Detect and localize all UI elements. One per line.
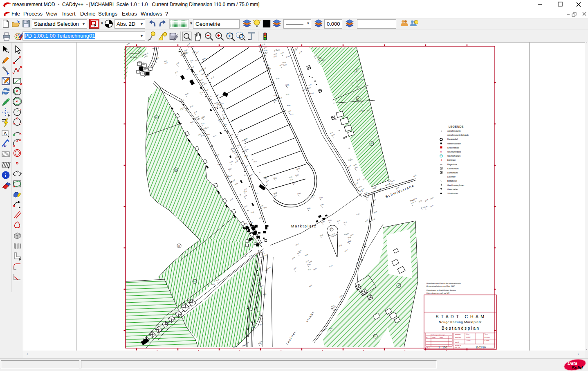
svg-text:29.10: 29.10	[244, 195, 247, 198]
svg-text:Solid: Solid	[572, 365, 583, 370]
svg-text:69.64: 69.64	[287, 110, 291, 113]
svg-text:71.77: 71.77	[164, 62, 168, 65]
svg-text:44.91: 44.91	[413, 174, 417, 178]
svg-text:A.Fischer: A.Fischer	[485, 337, 490, 338]
svg-text:32.47: 32.47	[430, 205, 434, 208]
svg-text:L u c k n e r -: L u c k n e r -	[285, 329, 297, 345]
svg-text:69.85: 69.85	[260, 251, 264, 254]
svg-text:75.62: 75.62	[242, 150, 245, 153]
svg-text:44.80: 44.80	[320, 203, 324, 206]
svg-text:86.80: 86.80	[185, 92, 189, 96]
svg-text:45.76: 45.76	[343, 221, 347, 224]
svg-text:66.62: 66.62	[231, 120, 234, 123]
svg-text:99.81: 99.81	[354, 166, 358, 169]
svg-text:25.15: 25.15	[357, 178, 360, 181]
svg-text:90.66: 90.66	[348, 236, 351, 239]
svg-text:75.90: 75.90	[244, 138, 248, 140]
svg-text:87.36: 87.36	[276, 77, 279, 80]
svg-text:Wasserschieber: Wasserschieber	[447, 143, 461, 145]
svg-text:Kanaldeckel: Kanaldeckel	[447, 138, 458, 140]
svg-text:Schaltkasten: Schaltkasten	[447, 193, 458, 195]
svg-text:B e s t a n d s p l a n: B e s t a n d s p l a n	[442, 326, 479, 331]
svg-text:36.18: 36.18	[201, 134, 204, 137]
svg-text:1 : 100: 1 : 100	[438, 346, 447, 349]
svg-text:77.74: 77.74	[290, 113, 294, 116]
svg-text:12: 12	[357, 98, 359, 100]
svg-text:29.66: 29.66	[216, 154, 220, 156]
svg-text:Unterflurhydrant: Unterflurhydrant	[447, 151, 461, 153]
svg-text:91.64: 91.64	[298, 51, 302, 54]
svg-text:10.03.97: 10.03.97	[466, 337, 471, 338]
svg-text:68.80: 68.80	[245, 148, 249, 151]
svg-text:33.36: 33.36	[289, 176, 292, 178]
svg-text:83.73: 83.73	[418, 200, 422, 203]
svg-text:99.78: 99.78	[244, 205, 248, 208]
svg-text:64.22: 64.22	[235, 160, 238, 163]
svg-text:55.82: 55.82	[176, 62, 180, 65]
svg-text:M a r k t p l a t z: M a r k t p l a t z	[291, 224, 316, 228]
svg-text:Koordinaten im Gauß/Krüger Sys: Koordinaten im Gauß/Krüger System	[426, 289, 456, 291]
svg-text:90.55: 90.55	[126, 43, 130, 46]
svg-text:62.52: 62.52	[296, 168, 300, 170]
svg-text:89.26: 89.26	[263, 293, 267, 296]
svg-text:76.82: 76.82	[309, 261, 312, 264]
svg-text:52.53: 52.53	[302, 89, 306, 92]
svg-text:44.42: 44.42	[330, 131, 333, 134]
svg-text:63.10: 63.10	[206, 137, 209, 140]
svg-text:59.75: 59.75	[331, 134, 335, 137]
svg-text:61.33: 61.33	[286, 56, 290, 58]
svg-text:46.72: 46.72	[145, 55, 148, 58]
svg-text:60.94: 60.94	[365, 196, 369, 199]
svg-text:29.71: 29.71	[243, 191, 247, 193]
svg-text:77.42: 77.42	[251, 211, 254, 214]
svg-text:62.97: 62.97	[281, 52, 284, 54]
svg-text:71.17: 71.17	[308, 83, 312, 87]
svg-text:41.52: 41.52	[310, 92, 314, 95]
svg-text:12: 12	[375, 336, 376, 337]
svg-text:78.27: 78.27	[190, 59, 193, 62]
svg-text:Neugestaltung Marktplatz: Neugestaltung Marktplatz	[439, 320, 482, 324]
svg-text:28.95: 28.95	[279, 97, 283, 99]
svg-text:Oberflurhydrant: Oberflurhydrant	[447, 155, 461, 157]
svg-text:62.61: 62.61	[385, 184, 389, 187]
svg-text:81.77: 81.77	[245, 165, 249, 167]
svg-text:42.38: 42.38	[339, 295, 343, 298]
svg-text:63.29: 63.29	[228, 168, 232, 171]
svg-text:Lichtmast: Lichtmast	[447, 159, 456, 161]
svg-text:65.77: 65.77	[279, 63, 283, 66]
svg-text:89.64: 89.64	[237, 144, 240, 147]
svg-text:Grundlage zum Plan ist die top: Grundlage zum Plan ist die topographisch…	[426, 282, 461, 284]
svg-text:88.26: 88.26	[274, 193, 277, 195]
svg-text:51.12: 51.12	[211, 76, 214, 79]
svg-text:S T A D T C H A M: S T A D T C H A M	[435, 314, 485, 319]
svg-text:12: 12	[175, 169, 177, 171]
svg-text:45.89: 45.89	[185, 109, 189, 111]
svg-text:62.87: 62.87	[371, 205, 375, 208]
svg-text:86.57: 86.57	[324, 327, 328, 331]
svg-text:79.13: 79.13	[201, 123, 204, 125]
svg-text:53.73: 53.73	[258, 263, 262, 265]
svg-text:93.99: 93.99	[305, 254, 308, 256]
svg-text:35.43: 35.43	[297, 192, 301, 195]
svg-text:77.14: 77.14	[329, 265, 333, 268]
svg-text:Eisenrohr: Eisenrohr	[447, 176, 456, 178]
svg-text:12: 12	[194, 281, 195, 283]
svg-text:76.16: 76.16	[222, 113, 225, 116]
svg-text:Aufnahmepunkt: Aufnahmepunkt	[447, 130, 461, 132]
svg-text:54.95: 54.95	[249, 174, 253, 177]
svg-text:46.56: 46.56	[259, 50, 263, 53]
svg-text:Gas-Hinweispfosten: Gas-Hinweispfosten	[447, 184, 465, 187]
svg-text:26.29: 26.29	[273, 100, 277, 102]
svg-text:55.45: 55.45	[391, 180, 395, 183]
svg-text:62.97: 62.97	[195, 58, 199, 61]
svg-text:83.31: 83.31	[156, 57, 159, 59]
svg-text:89.57: 89.57	[312, 195, 315, 197]
svg-text:gezeichnet: gezeichnet	[455, 337, 461, 338]
svg-text:29.38: 29.38	[374, 211, 377, 214]
svg-text:75.53: 75.53	[263, 207, 267, 209]
svg-text:59.81: 59.81	[313, 268, 317, 271]
svg-text:S c h m i d s t r a ß e: S c h m i d s t r a ß e	[385, 184, 414, 199]
svg-text:K.Weber: K.Weber	[485, 340, 489, 342]
svg-text:55.32: 55.32	[308, 268, 312, 271]
svg-text:58.98: 58.98	[234, 182, 238, 185]
